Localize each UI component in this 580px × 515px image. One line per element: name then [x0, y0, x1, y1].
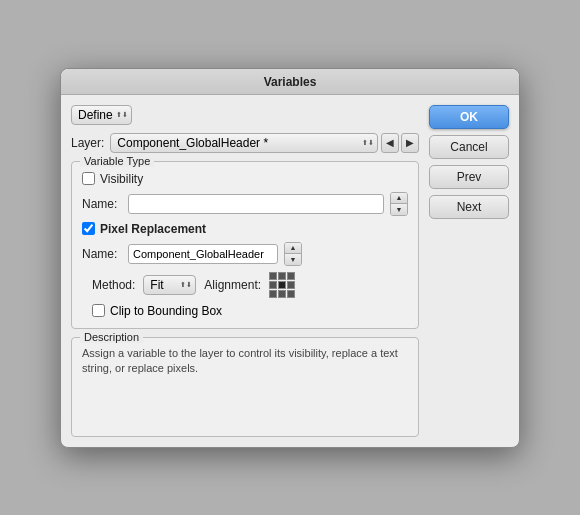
name-row: Name: ▲ ▼: [82, 192, 408, 216]
align-tr[interactable]: [287, 272, 295, 280]
align-bc[interactable]: [278, 290, 286, 298]
variables-dialog: Variables Define Layer: Component_Global…: [60, 68, 520, 448]
visibility-label[interactable]: Visibility: [100, 172, 143, 186]
visibility-row: Visibility: [82, 172, 408, 186]
method-select-wrapper[interactable]: Fit Fill As Is: [143, 275, 196, 295]
right-panel: OK Cancel Prev Next: [429, 105, 509, 437]
visibility-checkbox[interactable]: [82, 172, 95, 185]
clip-row: Clip to Bounding Box: [92, 304, 408, 318]
prev-button[interactable]: Prev: [429, 165, 509, 189]
align-tl[interactable]: [269, 272, 277, 280]
pr-name-label: Name:: [82, 247, 122, 261]
description-legend: Description: [80, 331, 143, 343]
alignment-label: Alignment:: [204, 278, 261, 292]
define-select-wrapper[interactable]: Define: [71, 105, 132, 125]
left-panel: Define Layer: Component_GlobalHeader * ◀…: [71, 105, 419, 437]
pixel-replacement-label[interactable]: Pixel Replacement: [100, 222, 206, 236]
define-select[interactable]: Define: [71, 105, 132, 125]
layer-prev-arrow[interactable]: ◀: [381, 133, 399, 153]
clip-checkbox[interactable]: [92, 304, 105, 317]
clip-label[interactable]: Clip to Bounding Box: [110, 304, 222, 318]
align-br[interactable]: [287, 290, 295, 298]
variable-type-content: Visibility Name: ▲ ▼ Pixel R: [82, 172, 408, 318]
alignment-grid[interactable]: [269, 272, 295, 298]
dialog-title: Variables: [61, 69, 519, 95]
align-mc[interactable]: [278, 281, 286, 289]
variable-type-legend: Variable Type: [80, 155, 154, 167]
layer-label: Layer:: [71, 136, 104, 150]
pr-stepper-up[interactable]: ▲: [285, 243, 301, 254]
description-text: Assign a variable to the layer to contro…: [82, 346, 408, 377]
name-stepper: ▲ ▼: [390, 192, 408, 216]
pr-stepper-down[interactable]: ▼: [285, 254, 301, 265]
description-section: Description Assign a variable to the lay…: [71, 337, 419, 437]
variable-type-section: Variable Type Visibility Name: ▲ ▼: [71, 161, 419, 329]
dialog-body: Define Layer: Component_GlobalHeader * ◀…: [61, 95, 519, 447]
method-select[interactable]: Fit Fill As Is: [143, 275, 196, 295]
ok-button[interactable]: OK: [429, 105, 509, 129]
cancel-button[interactable]: Cancel: [429, 135, 509, 159]
method-row: Method: Fit Fill As Is Alignment:: [92, 272, 408, 298]
name-stepper-down[interactable]: ▼: [391, 204, 407, 215]
pixel-replacement-header: Pixel Replacement: [82, 222, 408, 236]
pixel-replacement-checkbox[interactable]: [82, 222, 95, 235]
name-stepper-up[interactable]: ▲: [391, 193, 407, 204]
align-tc[interactable]: [278, 272, 286, 280]
align-bl[interactable]: [269, 290, 277, 298]
layer-select-wrapper: Component_GlobalHeader * ◀ ▶: [110, 133, 419, 153]
pr-name-stepper: ▲ ▼: [284, 242, 302, 266]
define-row: Define: [71, 105, 419, 125]
pr-name-input[interactable]: [128, 244, 278, 264]
layer-nav-arrows: ◀ ▶: [381, 133, 419, 153]
align-mr[interactable]: [287, 281, 295, 289]
method-label: Method:: [92, 278, 135, 292]
layer-row: Layer: Component_GlobalHeader * ◀ ▶: [71, 133, 419, 153]
name-input[interactable]: [128, 194, 384, 214]
layer-select-container[interactable]: Component_GlobalHeader *: [110, 133, 378, 153]
pr-name-row: Name: ▲ ▼: [82, 242, 408, 266]
name-label: Name:: [82, 197, 122, 211]
align-ml[interactable]: [269, 281, 277, 289]
layer-next-arrow[interactable]: ▶: [401, 133, 419, 153]
layer-select[interactable]: Component_GlobalHeader *: [110, 133, 378, 153]
next-button[interactable]: Next: [429, 195, 509, 219]
